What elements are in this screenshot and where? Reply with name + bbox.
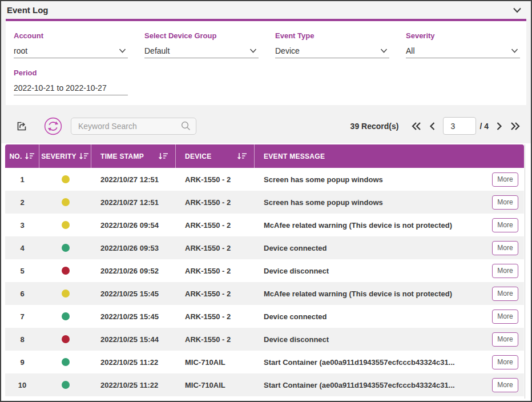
event-message-text: Start Container (ae00a911d1943557ecfcccb…	[264, 358, 492, 367]
filter-value: Default	[144, 46, 249, 55]
filter-select[interactable]: All	[406, 43, 520, 58]
column-label: DEVICE	[185, 152, 211, 160]
export-button[interactable]	[15, 120, 28, 132]
filter-value: All	[406, 46, 510, 55]
more-button[interactable]: More	[492, 355, 518, 369]
search-input[interactable]	[78, 122, 180, 131]
table-row: 8 2022/10/25 15:44 ARK-1550 - 2 Device d…	[5, 328, 524, 351]
filter-select[interactable]: Device	[275, 43, 389, 58]
chevron-down-icon	[118, 47, 128, 55]
filter-field[interactable]: Account root	[14, 31, 128, 58]
cell-device: ARK-1550 - 2	[176, 175, 255, 184]
panel-header: Event Log	[1, 1, 531, 19]
search-icon	[180, 120, 191, 131]
refresh-button[interactable]	[43, 116, 63, 136]
table-row: 9 2022/10/25 11:22 MIC-710AIL Start Cont…	[5, 351, 524, 373]
filter-select[interactable]: root	[14, 43, 128, 58]
more-button[interactable]: More	[492, 332, 518, 347]
sort-icon	[158, 152, 168, 160]
table-row: 3 2022/10/26 09:54 ARK-1550 - 2 McAfee r…	[5, 214, 524, 236]
more-button[interactable]: More	[492, 264, 518, 278]
cell-timestamp: 2022/10/25 15:45	[91, 290, 176, 298]
column-header-timestamp[interactable]: TIME STAMP	[91, 144, 176, 168]
column-label: NO.	[9, 152, 22, 160]
column-header-no[interactable]: NO.	[5, 144, 39, 168]
page-input[interactable]	[443, 117, 476, 135]
prev-page-button[interactable]	[425, 122, 440, 131]
cell-severity	[39, 267, 91, 275]
filter-select[interactable]: Default	[144, 43, 259, 58]
scrollbar-track[interactable]	[525, 144, 525, 399]
cell-severity	[39, 175, 91, 183]
table-row: 5 2022/10/26 09:52 ARK-1550 - 2 Device d…	[5, 259, 524, 282]
next-page-button[interactable]	[492, 122, 506, 131]
event-message-text: McAfee related warning (This device is n…	[264, 290, 492, 298]
more-button[interactable]: More	[492, 172, 518, 187]
cell-no: 1	[5, 175, 39, 184]
severity-dot-icon	[62, 335, 70, 343]
cell-severity	[39, 198, 91, 206]
event-message-text: Start Container (ae00a911d1943557ecfcccb…	[264, 381, 492, 389]
collapse-chevron-icon[interactable]	[511, 5, 523, 15]
cell-event-message: Start Container (ae00a911d1943557ecfcccb…	[255, 355, 524, 369]
cell-timestamp: 2022/10/25 11:22	[91, 358, 176, 367]
filter-label: Account	[14, 31, 128, 40]
filter-field[interactable]: Select Device Group Default	[144, 31, 259, 58]
cell-event-message: Screen has some popup windows More	[255, 172, 524, 187]
table-row: 6 2022/10/25 15:45 ARK-1550 - 2 McAfee r…	[5, 282, 524, 305]
more-button[interactable]: More	[492, 218, 518, 232]
cell-event-message: Start Container (ae00a911d1943557ecfcccb…	[255, 378, 524, 392]
filter-label: Event Type	[275, 31, 389, 40]
event-message-text: Device disconnect	[264, 267, 492, 275]
cell-event-message: Device connected More	[255, 309, 524, 324]
last-page-button[interactable]	[506, 122, 524, 131]
filter-select[interactable]: 2022-10-21 to 2022-10-27	[14, 81, 128, 95]
more-button[interactable]: More	[492, 287, 518, 301]
chevron-down-icon	[380, 47, 389, 55]
more-button[interactable]: More	[492, 195, 518, 210]
sort-icon	[25, 152, 35, 160]
filter-field[interactable]: Severity All	[406, 31, 520, 58]
column-header-severity[interactable]: SEVERITY	[39, 144, 91, 168]
filter-value: 2022-10-21 to 2022-10-27	[14, 83, 128, 93]
cell-severity	[39, 221, 91, 229]
filter-value: Device	[275, 46, 380, 55]
cell-timestamp: 2022/10/27 12:51	[91, 175, 176, 184]
severity-dot-icon	[62, 312, 70, 320]
more-button[interactable]: More	[492, 378, 518, 392]
event-message-text: Device connected	[264, 312, 492, 321]
cell-severity	[39, 290, 91, 298]
export-box	[18, 122, 26, 130]
cell-severity	[39, 335, 91, 343]
cell-no: 10	[5, 381, 39, 389]
page-total-label: / 4	[479, 122, 489, 131]
filter-field[interactable]: Period 2022-10-21 to 2022-10-27	[14, 69, 128, 95]
event-message-text: Screen has some popup windows	[264, 175, 492, 184]
sort-icon	[79, 152, 89, 160]
cell-event-message: Device disconnect More	[255, 264, 524, 278]
cell-device: MIC-710AIL	[176, 381, 255, 389]
table-row: 2 2022/10/27 12:51 ARK-1550 - 2 Screen h…	[5, 191, 524, 214]
filter-field[interactable]: Event Type Device	[275, 31, 389, 58]
more-button[interactable]: More	[492, 309, 518, 324]
chevron-down-icon	[249, 47, 259, 55]
cell-device: ARK-1550 - 2	[176, 244, 255, 252]
table-row: 4 2022/10/26 09:53 ARK-1550 - 2 Device c…	[5, 236, 524, 259]
cell-device: ARK-1550 - 2	[176, 335, 255, 344]
search-box[interactable]	[71, 118, 196, 135]
event-message-text: Device disconnect	[264, 335, 492, 344]
cell-device: ARK-1550 - 2	[176, 290, 255, 298]
severity-dot-icon	[62, 221, 70, 229]
cell-timestamp: 2022/10/26 09:52	[91, 267, 176, 275]
event-message-text: McAfee related warning (This device is n…	[264, 221, 492, 230]
severity-dot-icon	[62, 198, 70, 206]
event-message-text: Device connected	[264, 244, 492, 252]
filter-label: Severity	[406, 31, 520, 40]
pagination: 39 Record(s) / 4	[350, 117, 524, 135]
filter-value: root	[14, 46, 118, 55]
column-header-device[interactable]: DEVICE	[176, 144, 255, 168]
sort-icon	[237, 152, 247, 160]
more-button[interactable]: More	[492, 241, 518, 255]
first-page-button[interactable]	[408, 122, 425, 131]
severity-dot-icon	[62, 290, 70, 298]
